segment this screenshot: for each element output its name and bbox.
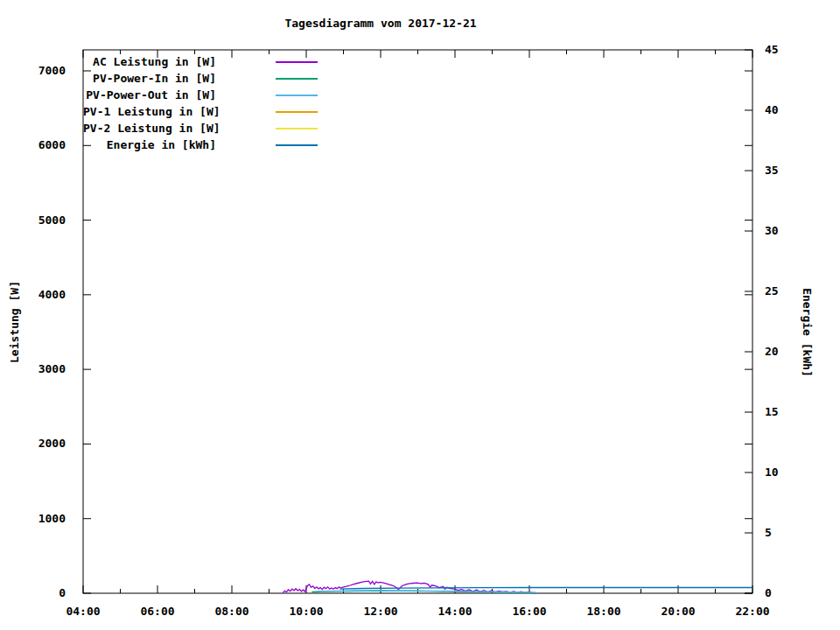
x-tick-label: 10:00 xyxy=(280,605,332,619)
y1-tick-label: 6000 xyxy=(0,138,66,152)
y2-tick-label: 35 xyxy=(765,164,779,178)
x-tick-label: 04:00 xyxy=(57,605,109,619)
legend-line-sample-0 xyxy=(276,61,318,63)
series-line-5 xyxy=(340,588,752,590)
y2-tick-label: 10 xyxy=(765,466,779,480)
legend-label-5: Energie in [kWh] xyxy=(83,138,216,152)
y2-tick-label: 30 xyxy=(765,224,779,238)
y2-tick-label: 40 xyxy=(765,103,779,117)
chart-canvas: Tagesdiagramm vom 2017-12-21 Leistung [W… xyxy=(0,0,840,630)
y2-tick-label: 25 xyxy=(765,284,779,298)
legend-label-4: PV-2 Leistung in [W] xyxy=(83,122,216,136)
legend-label-2: PV-Power-Out in [W] xyxy=(83,88,216,102)
legend-label-1: PV-Power-In in [W] xyxy=(83,72,216,86)
y2-tick-label: 15 xyxy=(765,405,779,419)
x-tick-label: 12:00 xyxy=(354,605,407,619)
y1-tick-label: 3000 xyxy=(0,362,66,376)
x-tick-label: 16:00 xyxy=(503,605,556,619)
y1-tick-label: 4000 xyxy=(0,288,66,302)
y2-tick-label: 45 xyxy=(765,43,779,57)
y1-tick-label: 7000 xyxy=(0,64,66,78)
legend-line-sample-2 xyxy=(276,94,318,96)
legend-line-sample-4 xyxy=(276,128,318,130)
y1-tick-label: 0 xyxy=(0,586,66,600)
y1-tick-label: 1000 xyxy=(0,512,66,526)
legend-line-sample-3 xyxy=(276,111,318,113)
y1-tick-label: 2000 xyxy=(0,437,66,451)
legend-label-3: PV-1 Leistung in [W] xyxy=(83,105,216,119)
x-tick-label: 18:00 xyxy=(578,605,630,619)
x-tick-label: 06:00 xyxy=(131,605,184,619)
y2-tick-label: 20 xyxy=(765,345,779,359)
legend-line-sample-1 xyxy=(276,78,318,80)
x-tick-label: 20:00 xyxy=(652,605,704,619)
x-tick-label: 08:00 xyxy=(206,605,258,619)
y1-tick-label: 5000 xyxy=(0,214,66,228)
legend-label-0: AC Leistung in [W] xyxy=(83,55,216,69)
y2-tick-label: 0 xyxy=(765,586,772,600)
y2-tick-label: 5 xyxy=(765,526,772,540)
x-tick-label: 22:00 xyxy=(726,605,779,619)
legend-line-sample-5 xyxy=(276,144,318,146)
x-tick-label: 14:00 xyxy=(429,605,481,619)
